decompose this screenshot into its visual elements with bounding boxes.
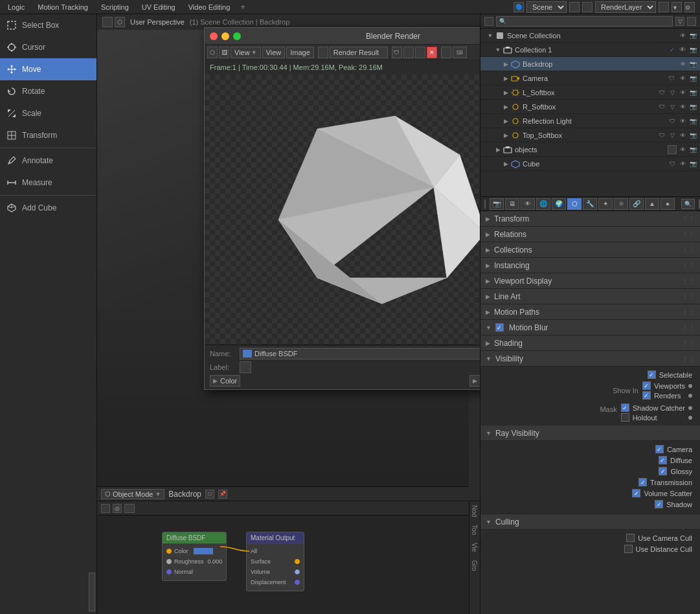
editor-type-select[interactable]: ⬡ Object Mode ▼ — [101, 489, 164, 499]
eye-icon-obj[interactable]: 👁 — [678, 145, 687, 154]
material-output-node[interactable]: Material Output All Surface Volume — [246, 532, 304, 591]
ray-camera-checkbox[interactable]: ✓ — [655, 445, 664, 453]
filter-icon[interactable]: ▽ — [675, 17, 684, 26]
ray-volume-scatter-checkbox[interactable]: ✓ — [632, 489, 640, 497]
l-softbox-restrict[interactable]: 🛡 — [657, 88, 666, 97]
section-visibility[interactable]: ▼ Visibility ⋮⋮ — [480, 351, 700, 367]
viewport-menu-icon[interactable] — [102, 17, 113, 27]
backdrop-arrow[interactable]: ▶ — [501, 60, 510, 69]
motion-blur-checkbox[interactable]: ✓ — [495, 323, 504, 332]
tree-item-backdrop[interactable]: ▶ Backdrop 👁 📷 — [480, 57, 700, 71]
holdout-checkbox[interactable] — [621, 413, 629, 422]
render-result-label-btn[interactable]: Render Result — [330, 47, 388, 58]
toolbar-resize-handle[interactable] — [89, 573, 95, 611]
toolbar-item-transform[interactable]: Transform — [0, 124, 96, 146]
reflection-light-arrow[interactable]: ▶ — [501, 117, 510, 126]
section-viewport-display[interactable]: ▶ Viewport Display ⋮⋮ — [480, 273, 700, 289]
prop-tab-world[interactable]: 🌍 — [552, 198, 566, 210]
outliner-search[interactable]: 🔍 — [496, 16, 673, 27]
node-editor-menu-icon[interactable] — [101, 504, 110, 513]
ray-diffuse-checkbox[interactable]: ✓ — [659, 456, 667, 464]
menu-motion-tracking[interactable]: Motion Tracking — [35, 2, 91, 12]
tree-item-scene-collection[interactable]: ▼ Scene Collection 👁 📷 — [480, 28, 700, 43]
toolbar-item-scale[interactable]: Scale — [0, 102, 96, 124]
render-save-icon[interactable] — [403, 47, 414, 58]
top-softbox-arrow[interactable]: ▶ — [501, 131, 510, 140]
ray-shadow-checkbox[interactable]: ✓ — [655, 500, 663, 508]
objects-arrow[interactable]: ▶ — [493, 145, 502, 154]
eye-icon-backdrop[interactable]: 👁 — [678, 60, 687, 69]
r-softbox-down[interactable]: ▽ — [668, 102, 677, 111]
menu-video-editing[interactable]: Video Editing — [186, 2, 233, 12]
prop-tab-modifier[interactable]: 🔧 — [583, 198, 597, 210]
outliner-menu-icon[interactable] — [484, 17, 493, 26]
toolbar-item-measure[interactable]: Measure — [0, 172, 96, 194]
section-collections[interactable]: ▶ Collections ⋮⋮ — [480, 242, 700, 258]
viewport-view-type-icon[interactable]: ⬡ — [115, 17, 125, 27]
section-relations[interactable]: ▶ Relations ⋮⋮ — [480, 227, 700, 242]
settings-icon[interactable]: ⚙ — [684, 2, 695, 12]
ray-transmission-checkbox[interactable]: ✓ — [638, 478, 647, 486]
render-export-icon[interactable] — [415, 47, 425, 58]
scene-icon[interactable] — [569, 2, 580, 12]
prop-tab-scene[interactable]: 🌐 — [536, 198, 550, 210]
toolbar-item-annotate[interactable]: Annotate — [0, 150, 96, 172]
node-strip-gro[interactable]: Gro — [469, 556, 480, 575]
use-camera-cull-checkbox[interactable] — [626, 534, 635, 542]
collection1-arrow[interactable]: ▼ — [493, 45, 502, 54]
ray-glossy-checkbox[interactable]: ✓ — [659, 467, 667, 475]
toolbar-item-move[interactable]: Move — [0, 58, 96, 80]
render-layer-select[interactable]: RenderLayer — [595, 1, 656, 13]
add-editor-icon[interactable]: + — [240, 2, 245, 12]
viewport-select-icon[interactable]: □ — [205, 490, 214, 499]
eye-icon-rsb[interactable]: 👁 — [678, 102, 687, 111]
section-culling[interactable]: ▼ Culling — [480, 514, 700, 530]
render-color-btn[interactable]: ▶ Color — [210, 375, 240, 387]
eye-icon-cube[interactable]: 👁 — [678, 159, 687, 168]
camera-icon-rl[interactable]: 📷 — [688, 117, 697, 126]
tree-item-top-softbox[interactable]: ▶ Top_Softbox 🛡 ▽ 👁 📷 — [480, 128, 700, 142]
tree-item-r-softbox[interactable]: ▶ R_Softbox 🛡 ▽ 👁 📷 — [480, 100, 700, 114]
prop-tab-constraints[interactable]: 🔗 — [629, 198, 644, 210]
render-engine-icon[interactable]: 🔵 — [514, 2, 524, 12]
camera-icon-lsb[interactable]: 📷 — [688, 88, 697, 97]
node-bg[interactable]: Diffuse BSDF Color Roughness 0.000 — [97, 516, 480, 614]
properties-menu-icon[interactable] — [484, 199, 486, 209]
toolbar-item-add-cube[interactable]: Add Cube — [0, 197, 96, 219]
viewports-checkbox[interactable]: ✓ — [642, 381, 651, 390]
selectable-checkbox[interactable]: ✓ — [648, 370, 656, 379]
prop-tab-data[interactable]: ▲ — [645, 198, 659, 210]
toolbar-item-rotate[interactable]: Rotate — [0, 80, 96, 102]
scene-select[interactable]: Scene — [526, 1, 567, 13]
camera-icon-ts[interactable]: 📷 — [688, 131, 697, 140]
render-label-field[interactable] — [240, 361, 251, 373]
cube-arrow[interactable]: ▶ — [501, 159, 510, 168]
l-softbox-down[interactable]: ▽ — [668, 88, 677, 97]
color-swatch-small[interactable] — [194, 548, 213, 554]
render-name-field[interactable]: Diffuse BSDF — [240, 348, 480, 359]
camera-icon-obj[interactable]: 📷 — [688, 145, 697, 154]
render-display-btn[interactable]: Sli — [453, 47, 467, 58]
tree-item-reflection-light[interactable]: ▶ Reflection Light 🛡 👁 📷 — [480, 114, 700, 128]
section-motion-blur[interactable]: ▼ ✓ Motion Blur ⋮⋮ — [480, 320, 700, 335]
camera-icon-cube[interactable]: 📷 — [688, 159, 697, 168]
renders-checkbox[interactable]: ✓ — [642, 391, 651, 400]
camera-icon-cam[interactable]: 📷 — [688, 74, 697, 83]
node-strip-too[interactable]: Too — [469, 521, 480, 539]
ts-restrict[interactable]: 🛡 — [657, 131, 666, 140]
section-instancing[interactable]: ▶ Instancing ⋮⋮ — [480, 258, 700, 273]
diffuse-bsdf-node[interactable]: Diffuse BSDF Color Roughness 0.000 — [162, 532, 227, 581]
shadow-catcher-checkbox[interactable]: ✓ — [621, 404, 629, 412]
prop-tab-render[interactable]: 📷 — [490, 198, 504, 210]
prop-tab-view[interactable]: 👁 — [521, 198, 535, 210]
r-softbox-restrict[interactable]: 🛡 — [657, 102, 666, 111]
camera-icon-rsb[interactable]: 📷 — [688, 102, 697, 111]
window-maximize-button[interactable] — [233, 32, 241, 40]
l-softbox-arrow[interactable]: ▶ — [501, 88, 510, 97]
scene-expand-icon[interactable] — [582, 2, 593, 12]
node-view-btn[interactable] — [124, 504, 135, 513]
prop-tab-output[interactable]: 🖥 — [505, 198, 519, 210]
section-shading[interactable]: ▶ Shading ⋮⋮ — [480, 335, 700, 351]
toolbar-item-select-box[interactable]: Select Box — [0, 14, 96, 36]
section-line-art[interactable]: ▶ Line Art ⋮⋮ — [480, 289, 700, 304]
